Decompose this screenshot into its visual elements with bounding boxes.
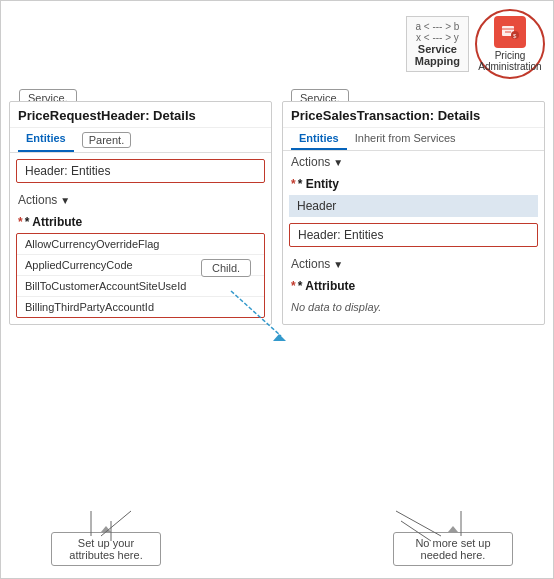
panels-row: PriceRequestHeader: Details Entities Par… [9, 101, 545, 325]
bottom-right-bubble: No more set upneeded here. [393, 532, 513, 566]
required-star-left: * [18, 215, 23, 229]
right-attribute-label: * Attribute [298, 279, 356, 293]
left-actions-dropdown[interactable]: ▼ [60, 195, 70, 206]
svg-marker-8 [273, 334, 286, 341]
right-panel: PriceSalesTransaction: Details Entities … [282, 101, 545, 325]
right-actions2-dropdown[interactable]: ▼ [333, 259, 343, 270]
required-star-entity: * [291, 177, 296, 191]
parent-bubble-inline: Parent. [82, 132, 131, 148]
entity-value: Header [289, 195, 538, 217]
bottom-left-text: Set up yourattributes here. [69, 537, 142, 561]
no-data-text: No data to display. [283, 297, 544, 317]
tab-entities-left[interactable]: Entities [18, 128, 74, 152]
right-attribute-header: ** Attribute [283, 275, 544, 297]
right-actions-dropdown[interactable]: ▼ [333, 157, 343, 168]
logo-area: a < --- > b x < --- > y ServiceMapping $… [406, 9, 545, 79]
child-bubble: Child. [201, 259, 251, 277]
right-entity-header: ** Entity [283, 173, 544, 195]
right-entity-label: * Entity [298, 177, 339, 191]
service-mapping-box: a < --- > b x < --- > y ServiceMapping [406, 16, 469, 72]
attr-item-4[interactable]: BillingThirdPartyAccountId [17, 297, 264, 317]
attr-item-1[interactable]: AllowCurrencyOverrideFlag [17, 234, 264, 255]
arrows-line2: x < --- > y [415, 32, 460, 43]
left-attribute-header: ** Attribute [10, 211, 271, 233]
left-actions-row: Actions ▼ [10, 189, 271, 211]
left-panel-title: PriceRequestHeader: Details [10, 102, 271, 128]
pricing-admin-text: Pricing Administration [477, 50, 543, 72]
pricing-admin-circle: $ Pricing Administration [475, 9, 545, 79]
right-panel-title: PriceSalesTransaction: Details [283, 102, 544, 128]
tab-inherit[interactable]: Inherit from Services [347, 128, 464, 150]
tab-entities-right[interactable]: Entities [291, 128, 347, 150]
bottom-right-text: No more set upneeded here. [415, 537, 490, 561]
right-actions-row: Actions ▼ [283, 151, 544, 173]
left-attribute-label: * Attribute [25, 215, 83, 229]
pricing-icon-svg: $ [500, 22, 520, 42]
main-container: a < --- > b x < --- > y ServiceMapping $… [0, 0, 554, 579]
pricing-admin-icon: $ [494, 16, 526, 48]
service-mapping-label: ServiceMapping [415, 43, 460, 67]
bottom-left-bubble: Set up yourattributes here. [51, 532, 161, 566]
arrows-line1: a < --- > b [415, 21, 460, 32]
left-actions-label: Actions [18, 193, 57, 207]
left-panel-tabs: Entities Parent. [10, 128, 271, 153]
right-actions-label: Actions [291, 155, 330, 169]
tab-parent[interactable]: Parent. [74, 128, 139, 152]
right-actions2-label: Actions [291, 257, 330, 271]
left-header-box: Header: Entities [16, 159, 265, 183]
attr-item-3[interactable]: BillToCustomerAccountSiteUseId [17, 276, 264, 297]
required-star-right: * [291, 279, 296, 293]
right-header-box: Header: Entities [289, 223, 538, 247]
right-panel-tabs: Entities Inherit from Services [283, 128, 544, 151]
right-actions2-row: Actions ▼ [283, 253, 544, 275]
left-panel: PriceRequestHeader: Details Entities Par… [9, 101, 272, 325]
